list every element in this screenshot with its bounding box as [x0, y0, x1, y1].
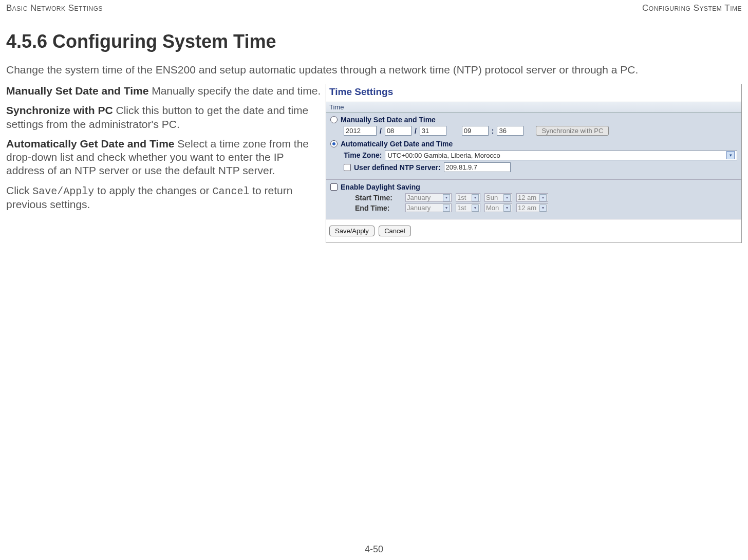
ntp-checkbox[interactable] — [344, 164, 351, 171]
save-apply-button[interactable]: Save/Apply — [329, 226, 375, 236]
end-month-select[interactable]: January▾ — [405, 203, 452, 212]
manual-radio-label: Manually Set Date and Time — [341, 116, 436, 124]
end-ord-value: 1st — [457, 204, 466, 212]
end-hour-select[interactable]: 12 am▾ — [516, 203, 548, 212]
timezone-label: Time Zone: — [344, 151, 382, 159]
desc-sync-bold: Synchronize with PC — [6, 104, 113, 116]
desc-cancel-mono: Cancel — [212, 185, 249, 197]
start-ord-select[interactable]: 1st▾ — [456, 193, 480, 202]
end-time-label: End Time: — [355, 204, 401, 212]
auto-radio-label: Automatically Get Date and Time — [341, 140, 453, 148]
end-hour-value: 12 am — [518, 204, 536, 212]
intro-text: Change the system time of the ENS200 and… — [6, 64, 742, 76]
desc-auto-bold: Automatically Get Date and Time — [6, 138, 175, 150]
chevron-down-icon: ▾ — [539, 204, 547, 212]
start-dow-value: Sun — [486, 194, 498, 201]
year-input[interactable] — [344, 126, 377, 136]
desc-click-a: Click — [6, 184, 32, 196]
header-right: Configuring System Time — [642, 3, 742, 13]
end-month-value: January — [407, 204, 431, 212]
desc-manual-bold: Manually Set Date and Time — [6, 85, 148, 97]
chevron-down-icon: ▾ — [472, 194, 479, 201]
dst-label: Enable Daylight Saving — [341, 183, 420, 191]
end-dow-value: Mon — [486, 204, 499, 212]
desc-saveapply-mono: Save/Apply — [32, 185, 94, 197]
chevron-down-icon: ▾ — [443, 194, 450, 201]
chevron-down-icon: ▾ — [503, 194, 511, 201]
time-sep: : — [492, 127, 494, 135]
start-month-select[interactable]: January▾ — [405, 193, 452, 202]
timezone-select[interactable]: UTC+00:00 Gambia, Liberia, Morocco ▾ — [385, 150, 737, 160]
auto-radio[interactable] — [330, 140, 338, 147]
start-hour-select[interactable]: 12 am▾ — [516, 193, 548, 202]
ntp-label: User defined NTP Server: — [354, 163, 441, 172]
end-dow-select[interactable]: Mon▾ — [484, 203, 512, 212]
minute-input[interactable] — [497, 126, 523, 136]
chevron-down-icon: ▾ — [726, 151, 735, 159]
header-left: Basic Network Settings — [6, 3, 103, 13]
desc-click-b: to apply the changes or — [94, 184, 212, 196]
chevron-down-icon: ▾ — [503, 204, 511, 212]
start-ord-value: 1st — [457, 194, 466, 201]
ntp-server-input[interactable] — [444, 162, 511, 172]
cancel-button[interactable]: Cancel — [379, 226, 410, 236]
start-dow-select[interactable]: Sun▾ — [484, 193, 512, 202]
panel-title: Time Settings — [326, 84, 741, 102]
dst-checkbox[interactable] — [330, 183, 338, 191]
page-footer: 4-50 — [0, 544, 748, 555]
day-input[interactable] — [420, 126, 446, 136]
time-section-header: Time — [326, 102, 741, 113]
chevron-down-icon: ▾ — [472, 204, 479, 212]
desc-manual-text: Manually specify the date and time. — [148, 85, 321, 97]
date-sep-2: / — [415, 127, 417, 135]
timezone-value: UTC+00:00 Gambia, Liberia, Morocco — [387, 152, 500, 159]
start-month-value: January — [407, 194, 431, 201]
chevron-down-icon: ▾ — [539, 194, 547, 201]
date-sep-1: / — [380, 127, 382, 135]
end-ord-select[interactable]: 1st▾ — [456, 203, 480, 212]
start-time-label: Start Time: — [355, 194, 401, 202]
manual-radio[interactable] — [330, 116, 338, 123]
sync-pc-button[interactable]: Synchronize with PC — [536, 126, 609, 136]
start-hour-value: 12 am — [518, 194, 536, 201]
chevron-down-icon: ▾ — [443, 204, 450, 212]
description-column: Manually Set Date and Time Manually spec… — [6, 84, 322, 243]
hour-input[interactable] — [462, 126, 489, 136]
page-title: 4.5.6 Configuring System Time — [6, 31, 742, 52]
time-settings-panel: Time Settings Time Manually Set Date and… — [326, 84, 742, 243]
month-input[interactable] — [385, 126, 412, 136]
